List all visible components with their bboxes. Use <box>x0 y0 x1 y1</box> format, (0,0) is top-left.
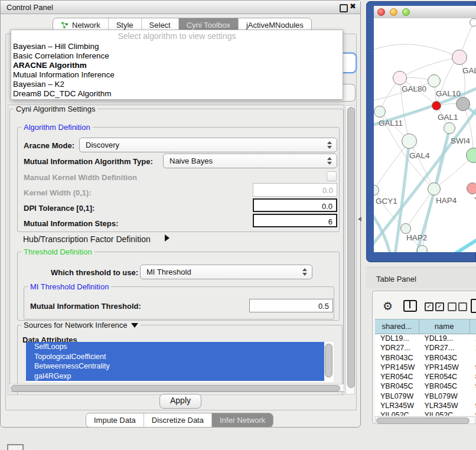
tab-label: Discretize Data <box>152 416 204 425</box>
attributes-scrollbar[interactable] <box>325 344 332 377</box>
control-panel-titlebar: Control Panel ✖ <box>1 1 360 14</box>
network-node-GAL80[interactable] <box>393 71 407 85</box>
mi-steps-field[interactable]: 6 <box>253 214 337 227</box>
aracne-mode-combo[interactable]: Discovery <box>79 138 337 152</box>
table-cell: YBL079W <box>419 392 470 402</box>
network-node-HAP4[interactable] <box>428 182 441 195</box>
network-edge[interactable] <box>374 44 459 57</box>
network-canvas[interactable]: GALGAL80GAL10GAL1SWI4GAL11GAL4GCY1HAP4YH… <box>374 18 476 252</box>
table-hscrollbar[interactable] <box>375 416 475 424</box>
algorithm-option[interactable]: Bayesian – K2 <box>11 80 343 89</box>
network-titlebar[interactable] <box>374 6 476 19</box>
table-row[interactable]: YDR27...YDR27...12 <box>375 344 476 353</box>
close-traffic-light[interactable] <box>377 8 385 16</box>
export-table-icon[interactable] <box>471 299 476 313</box>
node-label-HAP2: HAP2 <box>406 233 427 242</box>
table-row[interactable]: YBR043CYBR043C <box>375 354 476 363</box>
which-threshold-value: MI Threshold <box>146 268 191 276</box>
hub-section-label[interactable]: Hub/Transcription Factor Definition <box>23 234 151 244</box>
algorithm-option[interactable]: ARACNE Algorithm <box>11 61 343 70</box>
column-header[interactable]: name <box>419 319 470 334</box>
table-row[interactable]: YDL19...YDL19...13 <box>375 334 476 344</box>
zoom-traffic-light[interactable] <box>402 8 410 16</box>
table-cell: YBR045C <box>375 382 419 392</box>
mi-threshold-field[interactable]: 0.5 <box>249 299 333 312</box>
table-cell: YBL079W <box>375 392 419 402</box>
network-node-HAP2[interactable] <box>400 223 411 234</box>
algorithm-option[interactable]: Dream8 DC_TDC Algorithm <box>11 89 343 99</box>
algorithm-option[interactable]: Mutual Information Inference <box>11 70 343 80</box>
combo-arrows-icon <box>327 157 332 165</box>
network-icon <box>61 21 69 29</box>
dpi-tolerance-field[interactable]: 0.0 <box>253 198 337 212</box>
table-cell: YBR043C <box>419 354 470 363</box>
table-row[interactable]: YLR345WYLR345W9. <box>375 402 476 411</box>
tab-label: Impute Data <box>94 416 136 425</box>
mi-algorithm-type-combo[interactable]: Naive Bayes <box>163 154 337 168</box>
network-node-GAL4[interactable] <box>402 133 417 149</box>
node-label-GAL10: GAL10 <box>436 89 461 98</box>
tab-label: Style <box>116 21 133 30</box>
table-row[interactable]: YER054CYER054C8. <box>375 373 476 382</box>
network-node-salmon-node[interactable] <box>467 182 476 194</box>
collapse-down-icon[interactable] <box>131 323 138 328</box>
network-node-GAL10[interactable] <box>428 74 441 87</box>
attribute-item[interactable]: BetweennessCentrality <box>26 361 324 371</box>
tab-infer-network[interactable]: Infer Network <box>212 413 273 427</box>
deselect-all-icon[interactable] <box>448 301 469 312</box>
close-icon[interactable]: ✖ <box>350 2 356 11</box>
attribute-item[interactable]: gal4RGexp <box>26 371 324 381</box>
attribute-item[interactable]: TopologicalCoefficient <box>26 352 324 362</box>
settings-hscrollbar[interactable] <box>9 384 344 392</box>
tab-discretize-data[interactable]: Discretize Data <box>144 413 212 427</box>
kernel-width-field[interactable]: 0.0 <box>253 183 337 197</box>
expand-right-icon[interactable] <box>165 234 169 242</box>
table-row[interactable]: YIL052CYIL052C9 <box>375 411 476 416</box>
minimized-panel-button[interactable] <box>7 444 24 450</box>
panel-splitter-handle[interactable] <box>358 217 361 221</box>
threshold-definition-title: Threshold Definition <box>21 247 94 256</box>
network-node-top-partial[interactable] <box>470 18 476 27</box>
node-label-pink-top: GAL <box>462 66 476 75</box>
columns-icon[interactable] <box>403 300 417 312</box>
column-header[interactable] <box>470 319 476 334</box>
which-threshold-combo[interactable]: MI Threshold <box>140 265 312 279</box>
node-table: shared...name YDL19...YDL19...13YDR27...… <box>375 319 476 424</box>
table-panel-title: Table Panel <box>376 275 416 283</box>
table-cell: YIL052C <box>375 411 419 416</box>
threshold-definition-group: Threshold Definition Which threshold to … <box>17 252 340 321</box>
table-cell: YPR145W <box>375 363 419 373</box>
table-cell: 9 <box>470 411 476 416</box>
minimize-traffic-light[interactable] <box>390 8 397 16</box>
network-node-SWI4[interactable] <box>444 122 455 134</box>
table-cell: YDR27... <box>375 344 419 353</box>
float-window-icon[interactable] <box>340 4 348 12</box>
table-cell: YIL052C <box>419 411 470 416</box>
attribute-item[interactable]: SelfLoops <box>26 342 324 352</box>
column-header[interactable]: shared... <box>375 319 419 334</box>
table-row[interactable]: YBL079WYBL079W <box>375 392 476 402</box>
node-label-GAL80: GAL80 <box>402 84 426 93</box>
network-edge[interactable] <box>374 212 390 252</box>
settings-vscrollbar[interactable] <box>345 105 355 394</box>
mi-threshold-label: Mutual Information Threshold: <box>30 302 141 311</box>
network-edge[interactable] <box>452 236 476 252</box>
table-cell: YLR345W <box>375 402 419 411</box>
tab-impute-data[interactable]: Impute Data <box>86 413 144 427</box>
manual-kernel-label: Manual Kernel Width Definition <box>24 173 137 182</box>
network-node-GAL1[interactable] <box>432 101 441 110</box>
settings-gear-icon[interactable]: ⚙ <box>383 299 393 313</box>
table-row[interactable]: YPR145WYPR145W9. <box>375 363 476 373</box>
network-node-pink-top[interactable] <box>452 50 467 65</box>
apply-button[interactable]: Apply <box>159 394 201 409</box>
network-edge[interactable] <box>400 57 459 78</box>
network-node-bottom-node[interactable] <box>417 245 428 252</box>
table-cell: 9. <box>470 402 476 411</box>
algorithm-option[interactable]: Bayesian – Hill Climbing <box>11 42 343 51</box>
network-node-GAL11[interactable] <box>374 106 386 118</box>
table-row[interactable]: YBR045CYBR045C9. <box>375 382 476 392</box>
network-node-gray-node[interactable] <box>456 97 470 111</box>
manual-kernel-checkbox[interactable] <box>327 171 337 181</box>
select-all-icon[interactable]: ✓✓ <box>425 301 446 312</box>
algorithm-option[interactable]: Basic Correlation Inference <box>11 51 343 61</box>
